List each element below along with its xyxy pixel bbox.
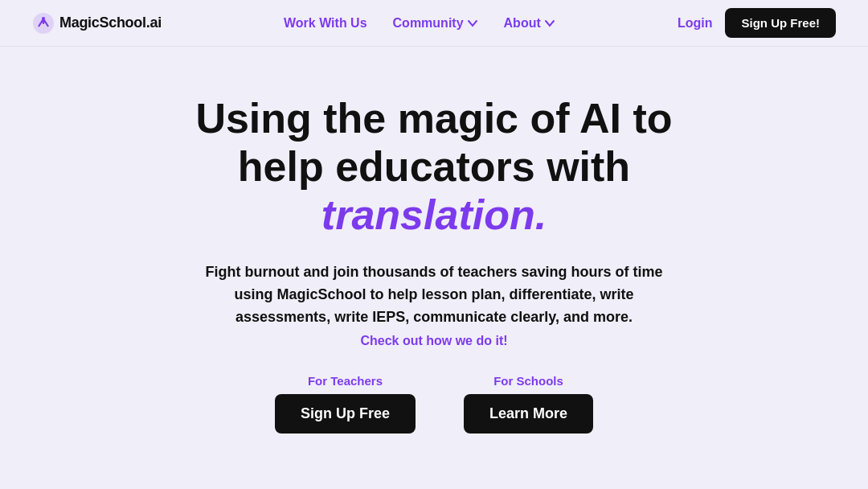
nav-actions: Login Sign Up Free! [678, 8, 836, 38]
signup-free-button[interactable]: Sign Up Free [275, 394, 416, 434]
hero-title-highlight: translation. [321, 191, 547, 238]
nav-about[interactable]: About [504, 16, 555, 31]
schools-cta-group: For Schools Learn More [464, 374, 593, 434]
nav-links: Work With Us Community About [284, 16, 555, 31]
hero-section: Using the magic of AI to help educators … [0, 47, 868, 466]
for-teachers-label: For Teachers [308, 374, 383, 388]
chevron-down-icon [544, 18, 555, 29]
logo-text: MagicSchool.ai [59, 14, 162, 31]
login-link[interactable]: Login [678, 16, 713, 31]
nav-signup-button[interactable]: Sign Up Free! [725, 8, 836, 38]
nav-work-with-us[interactable]: Work With Us [284, 16, 367, 31]
for-schools-label: For Schools [493, 374, 563, 388]
logo[interactable]: MagicSchool.ai [32, 12, 162, 35]
hero-cta-link[interactable]: Check out how we do it! [360, 334, 507, 348]
learn-more-button[interactable]: Learn More [464, 394, 593, 434]
logo-icon [32, 12, 55, 35]
chevron-down-icon [467, 18, 478, 29]
navbar: MagicSchool.ai Work With Us Community Ab… [0, 0, 868, 47]
teachers-cta-group: For Teachers Sign Up Free [275, 374, 416, 434]
hero-title: Using the magic of AI to help educators … [195, 95, 672, 239]
nav-community[interactable]: Community [393, 16, 478, 31]
cta-section: For Teachers Sign Up Free For Schools Le… [275, 374, 593, 434]
svg-point-1 [42, 17, 45, 20]
hero-description: Fight burnout and join thousands of teac… [201, 261, 667, 329]
